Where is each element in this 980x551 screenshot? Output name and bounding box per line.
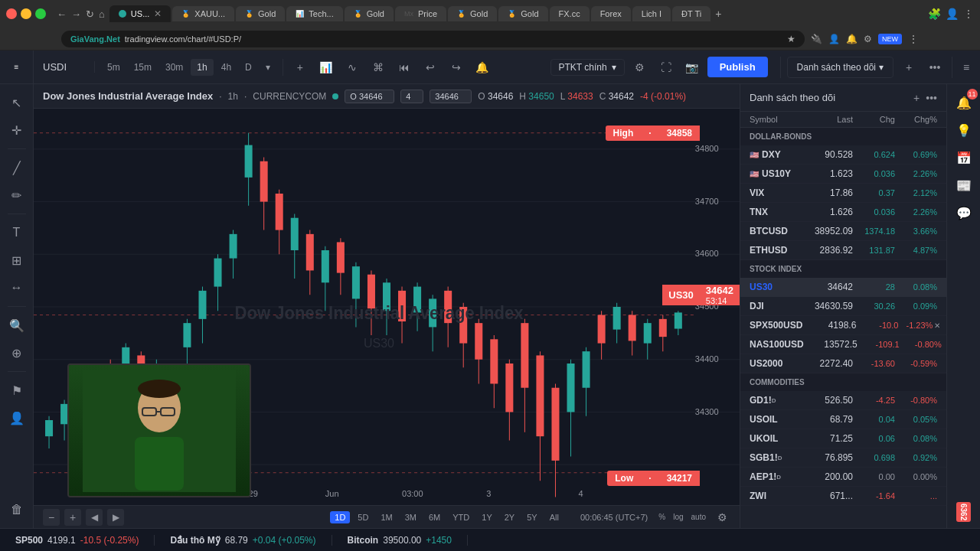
browser-tab[interactable]: 🏅 Gold (236, 6, 285, 21)
close-window-button[interactable] (6, 8, 17, 19)
pan-right-button[interactable]: ▶ (107, 509, 124, 526)
browser-menu-icon[interactable]: ⋮ (963, 8, 974, 20)
watchlist-more-icon[interactable]: ••• (926, 92, 937, 104)
tp-1y[interactable]: 1Y (477, 511, 496, 523)
tf-4h[interactable]: 4h (215, 59, 237, 76)
watchlist-row-tnx[interactable]: TNX 1.626 0.036 2.26% (740, 203, 946, 222)
watchlist-row-btcusd[interactable]: BTCUSD 38952.09 1374.18 3.66% (740, 222, 946, 241)
tf-dropdown[interactable]: ▾ (260, 59, 276, 76)
browser-tab[interactable]: ĐT Ti (672, 6, 710, 21)
trend-line-tool[interactable]: ╱ (5, 155, 29, 180)
add-symbol-icon[interactable]: + (913, 92, 920, 104)
zoom-out-button[interactable]: − (43, 509, 60, 526)
watchlist-row-nas100[interactable]: NAS100USD 13572.5 -109.1 -0.80% (740, 335, 946, 354)
tp-all[interactable]: All (545, 511, 564, 523)
pan-left-button[interactable]: ◀ (86, 509, 103, 526)
watchlist-row-dji[interactable]: DJI 34630.59 30.26 0.09% (740, 297, 946, 316)
browser-tab[interactable]: 🏅 XAUU... (172, 6, 234, 21)
text-tool[interactable]: T (5, 220, 29, 245)
add-indicator-button[interactable]: + (289, 57, 311, 78)
tf-d[interactable]: D (239, 59, 258, 76)
browser-tab-active[interactable]: US... ✕ (109, 5, 171, 22)
trash-tool[interactable]: 🗑 (5, 497, 29, 522)
panel-toggle-button[interactable]: ≡ (956, 57, 977, 78)
alert-button[interactable]: 🔔 (472, 57, 493, 78)
tp-5d[interactable]: 5D (353, 511, 373, 523)
publish-button[interactable]: Publish (707, 57, 768, 77)
tp-5y[interactable]: 5Y (522, 511, 541, 523)
alert-count-badge[interactable]: 6362 (956, 502, 971, 522)
news-icon[interactable]: 📰 (952, 173, 976, 197)
ticker-sp500[interactable]: SP500 4199.1 -10.5 (-0.25%) (0, 535, 155, 546)
ticker-bitcoin[interactable]: Bitcoin 39500.00 +1450 (332, 535, 468, 546)
settings-icon[interactable]: ⚙ (864, 34, 872, 44)
watchlist-row-gd1[interactable]: GD1! D 526.50 -4.25 -0.80% (740, 391, 946, 410)
profile-icon[interactable]: 👤 (946, 8, 959, 20)
chart-type-button[interactable]: 📊 (315, 57, 337, 78)
tf-30m[interactable]: 30m (159, 59, 189, 76)
percent-mode[interactable]: % (655, 511, 668, 523)
watchlist-row-us10y[interactable]: 🇺🇸US10Y 1.623 0.036 2.26% (740, 165, 946, 184)
browser-tab[interactable]: Forex (591, 6, 631, 21)
tp-1d[interactable]: 1D (330, 511, 350, 523)
browser-tab[interactable]: 📊 Tech... (286, 6, 342, 21)
cursor-tool[interactable]: ↖ (5, 90, 29, 115)
refresh-button[interactable]: ↻ (86, 8, 94, 20)
close-price-input[interactable] (430, 90, 472, 103)
indicator-button[interactable]: ∿ (341, 57, 363, 78)
tab-close-button[interactable]: ✕ (154, 8, 162, 19)
zoom-in-button[interactable]: + (64, 509, 81, 526)
auto-mode[interactable]: auto (688, 511, 709, 523)
browser-tab[interactable]: 🏅 Gold (448, 6, 497, 21)
redo-button[interactable]: ↪ (446, 57, 467, 78)
tp-2y[interactable]: 2Y (500, 511, 519, 523)
measure-tool[interactable]: ↔ (5, 276, 29, 300)
tp-3m[interactable]: 3M (400, 511, 421, 523)
alert-tool[interactable]: ⚑ (5, 378, 29, 403)
browser-tab[interactable]: FX.cc (550, 6, 590, 21)
browser-tab[interactable]: Mx Price (395, 6, 446, 21)
ptkt-dropdown[interactable]: PTKT chính ▾ (550, 59, 625, 76)
add-watchlist-button[interactable]: + (898, 57, 920, 78)
tp-6m[interactable]: 6M (424, 511, 445, 523)
browser-tab[interactable]: 🏅 Gold (498, 6, 547, 21)
watchlist-row-vix[interactable]: VIX 17.86 0.37 2.12% (740, 184, 946, 203)
extensions-btn[interactable]: 🔌 (811, 34, 822, 44)
screenshot-button[interactable]: 📷 (681, 57, 703, 78)
tf-15m[interactable]: 15m (128, 59, 158, 76)
watchlist-row-spx500[interactable]: SPX500USD 4198.6 -10.0 -1.23% ✕ (740, 316, 946, 335)
log-mode[interactable]: log (670, 511, 686, 523)
idea-icon[interactable]: 💡 (952, 118, 976, 142)
bookmark-icon[interactable]: ★ (787, 34, 795, 44)
watchlist-row-zwi[interactable]: ZWI 671... -1.64 ... (740, 487, 946, 506)
watchlist-row-dxy[interactable]: 🇺🇸DXY 90.528 0.624 0.69% (740, 145, 946, 165)
tf-5m[interactable]: 5m (101, 59, 126, 76)
person-tool[interactable]: 👤 (5, 406, 29, 430)
notification-icon[interactable]: 🔔 (846, 34, 858, 44)
close-spx500-icon[interactable]: ✕ (934, 321, 940, 330)
watchlist-row-us30[interactable]: US30 34642 28 0.08% (740, 278, 946, 297)
watchlist-row-aep1[interactable]: AEP1! D 200.00 0.00 0.00% (740, 468, 946, 487)
extensions-icon[interactable]: 🧩 (928, 8, 941, 20)
browser-tab[interactable]: 🏅 Gold (345, 6, 394, 21)
chart-settings-button[interactable]: ⚙ (714, 509, 730, 526)
minimize-window-button[interactable] (21, 8, 31, 19)
strategy-button[interactable]: ⌘ (368, 57, 389, 78)
tp-ytd[interactable]: YTD (448, 511, 474, 523)
watchlist-row-ukoil[interactable]: UKOIL 71.25 0.06 0.08% (740, 429, 946, 448)
more-icon[interactable]: ⋮ (908, 33, 919, 45)
tp-1m[interactable]: 1M (376, 511, 397, 523)
chat-icon[interactable]: 💬 (952, 201, 976, 225)
replay-button[interactable]: ⏮ (394, 57, 415, 78)
watchlist-row-usoil[interactable]: USOIL 68.79 0.04 0.05% (740, 410, 946, 429)
watchlist-row-us2000[interactable]: US2000 2272.40 -13.60 -0.59% (740, 354, 946, 373)
home-button[interactable]: ⌂ (99, 8, 105, 20)
watchlist-row-ethusd[interactable]: ETHUSD 2836.92 131.87 4.87% (740, 241, 946, 260)
zoom-tool[interactable]: 🔍 (5, 313, 29, 337)
watchlist-button[interactable]: Danh sách theo dõi ▾ (787, 57, 893, 78)
maximize-window-button[interactable] (35, 8, 46, 19)
browser-tab[interactable]: Lich I (632, 6, 671, 21)
symbol-display[interactable]: USDI (34, 61, 95, 73)
new-tab-button[interactable]: + (712, 5, 724, 23)
fibonacci-tool[interactable]: ⊞ (5, 248, 29, 272)
